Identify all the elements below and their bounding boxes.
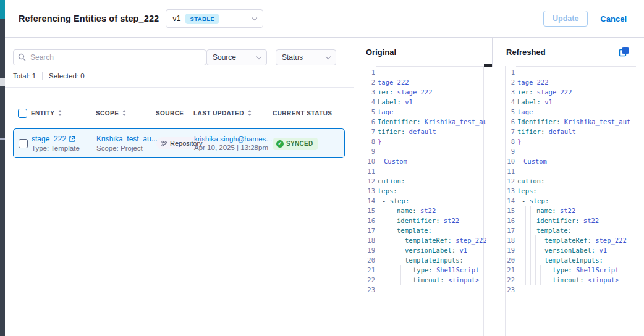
- code-line: [378, 285, 486, 295]
- row-checkbox[interactable]: [19, 139, 28, 148]
- entity-type: Type: Template: [32, 145, 96, 152]
- indent-guide: [396, 265, 396, 275]
- indent-guide: [391, 235, 391, 245]
- line-number: 14: [359, 196, 375, 206]
- column-header-scope[interactable]: SCOPE: [96, 110, 156, 117]
- code-text: template:: [536, 225, 572, 235]
- code-text: timeout: <+input>: [413, 275, 479, 285]
- token-dash: -: [522, 197, 530, 204]
- line-number: 20: [499, 255, 515, 265]
- entity-link[interactable]: stage_222: [32, 135, 66, 143]
- line-number: 17: [359, 225, 375, 235]
- code-text: versionLabel: v1: [544, 245, 607, 255]
- token-key: Identifier:: [378, 118, 425, 125]
- external-link-icon[interactable]: [69, 136, 75, 143]
- line-number: 2: [499, 77, 515, 87]
- code-text: cution:: [378, 176, 405, 186]
- copy-icon[interactable]: [619, 46, 630, 57]
- code-text: Label: v1: [517, 97, 553, 107]
- indent-guide: [386, 235, 386, 245]
- code-line: - step:: [517, 196, 636, 206]
- code-text: cution:: [517, 176, 544, 186]
- column-header-entity[interactable]: ENTITY: [31, 110, 96, 117]
- line-number: 17: [499, 225, 515, 235]
- indent-guide: [525, 216, 526, 225]
- code-text: }: [378, 136, 381, 146]
- sort-icon[interactable]: [58, 110, 62, 116]
- update-button[interactable]: Update: [543, 10, 588, 27]
- total-count: Total: 1: [13, 72, 36, 80]
- code-line: type: ShellScript: [378, 265, 486, 275]
- code-line: tage: [378, 107, 486, 117]
- indent-guide: [535, 235, 536, 245]
- indent-guide: [530, 245, 531, 255]
- version-select[interactable]: v1 STABLE: [166, 9, 263, 28]
- source-filter-select[interactable]: Source: [206, 49, 267, 65]
- refreshed-panel-title: Refreshed: [506, 48, 546, 57]
- horizontal-scrollbar-thumb[interactable]: [484, 64, 492, 67]
- token-val: ShellScript: [436, 266, 480, 274]
- table-row[interactable]: stage_222 Type: Template Krishika_test_a…: [13, 128, 345, 158]
- indent-guide: [535, 255, 536, 265]
- indent-guide: [530, 206, 531, 216]
- background-sidebar-strip: [0, 0, 5, 336]
- background-sidebar-light-band: [0, 78, 5, 86]
- sort-icon[interactable]: [122, 110, 126, 116]
- code-text: type: ShellScript: [553, 265, 619, 275]
- code-line: Identifier: Krishika_test_aut: [378, 117, 486, 127]
- code-text: name: st22: [536, 206, 575, 216]
- sort-icon[interactable]: [248, 110, 252, 116]
- code-line: timeout: <+input>: [517, 275, 636, 285]
- token-key: templateRef:: [544, 237, 595, 244]
- code-line: cution:: [378, 176, 486, 186]
- line-number: 4: [359, 97, 375, 107]
- line-number: 3: [359, 87, 375, 97]
- token-key: template:: [536, 227, 572, 234]
- background-sidebar-divider: [0, 138, 5, 140]
- line-number: 2: [359, 77, 375, 87]
- code-line: }: [517, 136, 636, 146]
- page-title: Referencing Entities of step_222: [19, 14, 159, 23]
- code-text: tifier: default: [378, 127, 436, 136]
- indent-guide: [396, 245, 396, 255]
- code-line: versionLabel: v1: [517, 245, 636, 255]
- code-text: timeout: <+input>: [553, 275, 619, 285]
- search-input[interactable]: [13, 49, 206, 65]
- line-number: 11: [499, 166, 515, 176]
- chevron-right-icon[interactable]: [344, 138, 345, 149]
- git-repository-icon: [161, 140, 167, 147]
- column-header-source: SOURCE: [156, 110, 193, 117]
- synced-badge-label: SYNCED: [286, 140, 313, 147]
- token-val: st22: [560, 207, 575, 214]
- code-line: ier: stage_222: [517, 87, 636, 97]
- scope-cell: Krishika_test_au... Scope: Project: [96, 135, 156, 152]
- indent-guide: [530, 235, 531, 245]
- column-header-label: SOURCE: [156, 110, 184, 117]
- code-text: Identifier: Krishika_test_aut: [378, 117, 486, 127]
- token-key: name:: [397, 207, 420, 214]
- line-number: 6: [499, 117, 515, 127]
- code-text: versionLabel: v1: [405, 245, 467, 255]
- updated-by-link[interactable]: krishika.singh@harnes...: [194, 135, 273, 143]
- token-key: step:: [530, 197, 549, 204]
- token-key: timeout:: [413, 276, 448, 284]
- token-val: step_222: [455, 237, 486, 244]
- token-key: tifier:: [517, 128, 549, 135]
- cancel-button[interactable]: Cancel: [600, 14, 627, 23]
- code-line: tifier: default: [517, 127, 636, 136]
- token-val: default: [549, 128, 576, 135]
- column-header-label: LAST UPDATED: [193, 110, 244, 117]
- code-line: templateRef: step_222: [378, 235, 486, 245]
- indent-guide: [386, 206, 386, 216]
- code-line: versionLabel: v1: [378, 245, 486, 255]
- refreshed-code: tage_222ier: stage_222Label: v1tageIdent…: [517, 67, 636, 295]
- line-number: 6: [359, 117, 375, 127]
- scope-link[interactable]: Krishika_test_au...: [96, 135, 158, 143]
- status-filter-select[interactable]: Status: [276, 49, 336, 65]
- indent-guide: [530, 265, 531, 275]
- select-all-checkbox[interactable]: [18, 109, 27, 118]
- referencing-entities-modal: Referencing Entities of step_222 v1 STAB…: [5, 0, 644, 336]
- token-key: tifier:: [378, 128, 409, 135]
- column-header-last-updated[interactable]: LAST UPDATED: [193, 110, 273, 117]
- indent-guide: [525, 225, 526, 235]
